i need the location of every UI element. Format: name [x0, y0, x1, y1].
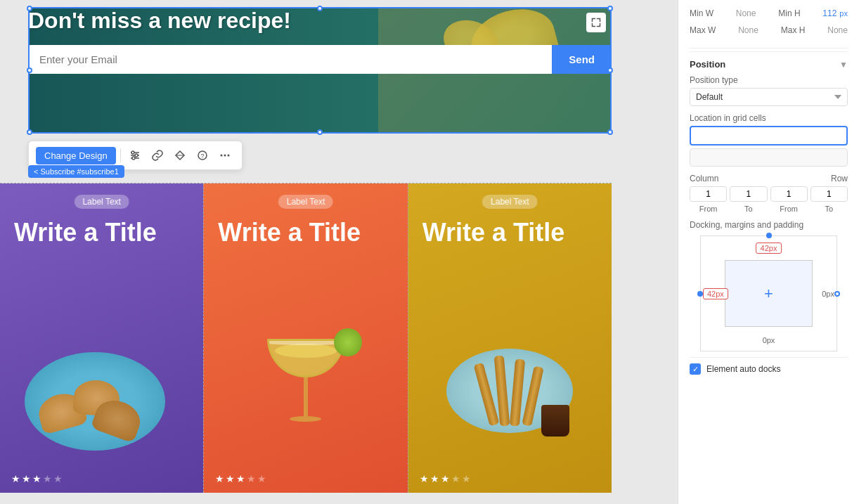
auto-docks-checkbox[interactable]: ✓ [690, 363, 701, 375]
row-from-input[interactable] [770, 186, 808, 202]
dock-inner-box[interactable]: + [725, 260, 813, 327]
card-1-title: Write a Title [14, 219, 157, 247]
card3-star-5: ★ [462, 473, 471, 484]
auto-docks-row: ✓ Element auto docks [690, 357, 848, 375]
min-w-value[interactable]: None [736, 8, 756, 18]
dock-dot-top [766, 233, 772, 238]
max-row: Max W None Max H None [690, 25, 848, 35]
star-5: ★ [53, 473, 63, 484]
dock-right-value[interactable]: 0px [822, 290, 834, 298]
col-from-input[interactable] [690, 186, 727, 202]
hero-title: Don't miss a new recipe! [28, 7, 612, 34]
min-w-row: Min W None Min H 112 px [690, 8, 848, 18]
checkbox-check-icon: ✓ [692, 365, 699, 374]
card-2: Label Text Write a Title [203, 183, 407, 493]
toolbar-divider-1 [120, 148, 121, 162]
svg-point-5 [132, 157, 135, 160]
cards-section: Label Text Write a Title ★ ★ ★ ★ ★ [0, 183, 612, 493]
size-constraints-section: Min W None Min H 112 px Max W None Max H… [690, 8, 848, 49]
card2-star-5: ★ [257, 473, 266, 484]
canvas-area: Don't miss a new recipe! Send Change Des… [0, 0, 678, 504]
max-w-label: Max W [690, 25, 716, 35]
card-1-food [0, 289, 203, 472]
col-from-label: From [690, 205, 727, 213]
card-3-food [408, 289, 612, 472]
star-1: ★ [11, 473, 20, 484]
col-to-label: To [730, 205, 767, 213]
dock-left-badge[interactable]: 42px [703, 288, 728, 299]
position-type-label: Position type [690, 75, 848, 85]
dock-bottom-value[interactable]: 0px [763, 336, 775, 344]
position-section-header[interactable]: Position ▼ [690, 51, 848, 75]
card-2-title: Write a Title [218, 219, 361, 247]
grid-input-2[interactable] [690, 148, 848, 167]
position-type-select[interactable]: Default [690, 88, 848, 106]
email-input[interactable] [28, 45, 552, 74]
change-design-button[interactable]: Change Design [36, 147, 116, 164]
dock-dot-left [697, 291, 703, 297]
row-to-input[interactable] [810, 186, 848, 202]
row-from-label: From [770, 205, 808, 213]
more-icon[interactable] [215, 146, 235, 165]
position-arrow: ▼ [839, 60, 848, 70]
card-2-label: Label Text [278, 195, 334, 209]
col-row-header: Column Row [690, 174, 848, 183]
max-h-value[interactable]: None [827, 25, 848, 35]
dock-dot-right [834, 291, 840, 297]
send-button[interactable]: Send [552, 45, 612, 74]
min-h-unit: px [839, 9, 848, 18]
diamond-icon[interactable] [170, 146, 190, 165]
col-row-labels: From To From To [690, 205, 848, 213]
sliders-icon[interactable] [125, 146, 145, 165]
card3-star-1: ★ [420, 473, 429, 484]
card2-star-3: ★ [236, 473, 245, 484]
star-3: ★ [32, 473, 41, 484]
svg-text:?: ? [200, 153, 204, 160]
svg-point-10 [220, 155, 222, 157]
max-w-value[interactable]: None [738, 25, 758, 35]
subscribe-badge[interactable]: < Subscribe #subscribe1 [28, 165, 124, 178]
col-to-input[interactable] [730, 186, 767, 202]
card-1-stars: ★ ★ ★ ★ ★ [11, 473, 63, 484]
auto-docks-label: Element auto docks [706, 364, 780, 374]
column-label: Column [690, 174, 718, 183]
link-icon[interactable] [148, 146, 167, 165]
position-type-field: Position type Default [690, 75, 848, 106]
docking-section: Docking, margins and padding + 42px 42px… [690, 220, 848, 375]
card-1-label: Label Text [74, 195, 129, 209]
expand-icon[interactable] [586, 13, 606, 32]
card3-star-3: ★ [441, 473, 450, 484]
grid-input-1[interactable] [690, 126, 848, 146]
min-w-label: Min W [690, 8, 713, 18]
min-h-value[interactable]: 112 [822, 8, 837, 18]
docking-label: Docking, margins and padding [690, 220, 848, 230]
card2-star-1: ★ [215, 473, 224, 484]
help-icon[interactable]: ? [193, 146, 212, 165]
card-3-stars: ★ ★ ★ ★ ★ [420, 473, 471, 484]
svg-point-12 [227, 155, 229, 157]
card-3-title: Write a Title [422, 219, 565, 247]
star-2: ★ [22, 473, 31, 484]
card-2-food [204, 289, 407, 472]
card3-star-4: ★ [451, 473, 460, 484]
card2-star-4: ★ [247, 473, 256, 484]
right-panel: Min W None Min H 112 px Max W None Max H… [678, 0, 859, 504]
dock-top-badge[interactable]: 42px [756, 243, 782, 254]
card-3-label: Label Text [482, 195, 538, 209]
max-h-label: Max H [781, 25, 806, 35]
col-row-inputs [690, 186, 848, 202]
card2-star-2: ★ [226, 473, 235, 484]
hero-section: Don't miss a new recipe! Send [28, 7, 612, 134]
row-label: Row [831, 174, 848, 183]
svg-point-11 [224, 155, 226, 157]
grid-cells-field: Location in grid cells [690, 113, 848, 167]
svg-point-3 [131, 151, 134, 154]
min-h-label: Min H [778, 8, 800, 18]
card-3: Label Text Write a Title [408, 183, 612, 493]
grid-cells-label: Location in grid cells [690, 113, 848, 123]
email-form: Send [28, 45, 612, 74]
star-4: ★ [43, 473, 52, 484]
row-to-label: To [810, 205, 848, 213]
docking-diagram: + 42px 42px 0px 0px [700, 235, 837, 351]
hero-content: Don't miss a new recipe! Send [28, 7, 612, 74]
